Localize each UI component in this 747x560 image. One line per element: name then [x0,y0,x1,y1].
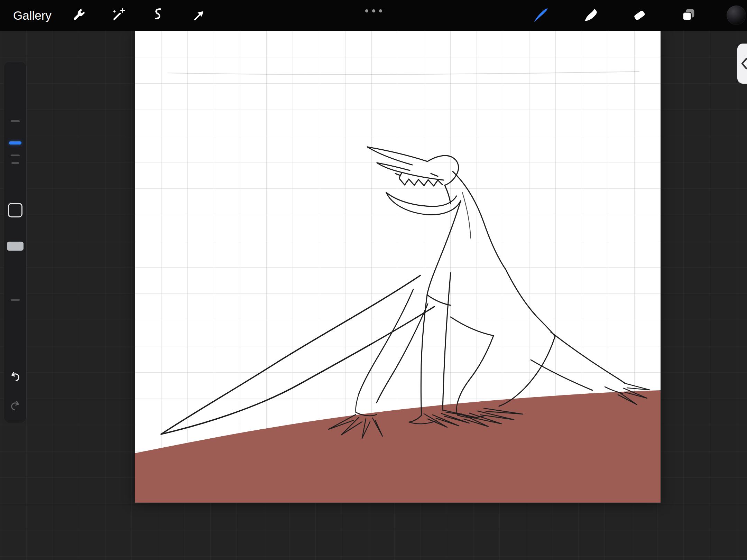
transform-button[interactable] [187,3,211,27]
brush-size-tick [11,155,20,156]
ellipsis-icon [365,9,368,12]
undo-arrow-icon [9,371,21,383]
canvas-options-button[interactable] [360,0,387,21]
eraser-icon [631,7,648,24]
paint-tool-button[interactable] [529,3,553,27]
side-toolbar [4,62,26,423]
color-swatch-button[interactable] [726,5,746,25]
opacity-slider-track[interactable] [11,299,20,301]
chevron-left-icon [739,57,747,71]
modify-button[interactable] [8,203,22,217]
drawing-canvas[interactable] [135,31,661,503]
eraser-tool-button[interactable] [628,3,651,27]
brush-size-slider-track[interactable] [11,120,20,122]
layers-button[interactable] [677,3,700,27]
wrench-icon [71,7,86,23]
workspace-background [0,31,747,560]
gallery-button[interactable]: Gallery [13,0,52,31]
undo-button[interactable] [8,370,22,384]
layers-icon [680,7,697,24]
smudge-tool-button[interactable] [579,3,602,27]
opacity-handle[interactable] [7,242,24,251]
redo-button[interactable] [8,399,22,413]
brush-size-tick [11,162,19,164]
top-toolbar: Gallery [0,0,747,31]
panel-toggle-tab[interactable] [737,44,747,84]
adjustments-button[interactable] [107,3,130,27]
current-color-circle [727,6,746,25]
move-arrow-icon [191,7,207,23]
smudge-tool-icon [582,7,599,24]
paint-brush-icon [533,7,549,24]
actions-button[interactable] [67,3,90,27]
redo-arrow-icon [9,400,21,412]
artwork-svg [135,31,661,503]
brush-size-handle[interactable] [9,141,21,144]
magic-wand-icon [110,7,126,23]
selection-s-icon [150,7,166,23]
selection-button[interactable] [147,3,170,27]
